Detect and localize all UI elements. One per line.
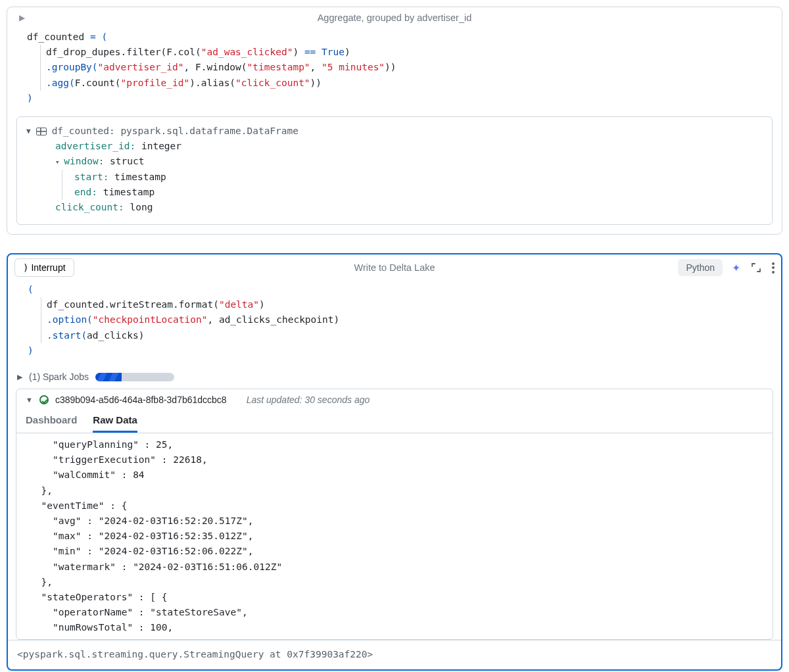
code-token: , F.window(: [184, 62, 247, 72]
code-token: "advertiser_id": [98, 62, 184, 72]
code-token: "5 minutes": [322, 62, 385, 72]
code-token: "delta": [219, 299, 259, 310]
collapse-caret-icon[interactable]: ▼: [26, 396, 33, 404]
schema-field-type: timestamp: [108, 172, 166, 182]
code-token: ).alias(: [189, 78, 235, 88]
code-token: (: [28, 282, 771, 297]
cell-header: ) Interrupt Write to Delta Lake Python ✦: [8, 254, 781, 279]
tab-dashboard[interactable]: Dashboard: [26, 414, 77, 433]
language-selector[interactable]: Python: [678, 259, 723, 276]
schema-field: end:: [74, 187, 97, 197]
spark-jobs-label: (1) Spark Jobs: [29, 372, 89, 382]
code-token: )): [385, 62, 396, 72]
collapse-caret-icon[interactable]: ▾: [55, 158, 64, 166]
code-token: .groupBy(: [46, 62, 98, 72]
code-token: ): [345, 47, 350, 57]
code-token: ad_clicks: [87, 330, 139, 341]
cell-result-repr: <pyspark.sql.streaming.query.StreamingQu…: [8, 640, 781, 669]
code-token: True: [322, 47, 345, 57]
code-token: "checkpointLocation": [93, 314, 208, 325]
schema-field-type: timestamp: [97, 187, 155, 197]
code-token: .filter(: [121, 47, 167, 57]
code-token: .start(: [47, 330, 87, 341]
collapse-caret-icon[interactable]: ▼: [26, 126, 31, 137]
code-token: df_counted: [47, 299, 104, 310]
notebook-cell-write-delta: ) Interrupt Write to Delta Lake Python ✦…: [7, 253, 782, 671]
kebab-menu-icon[interactable]: [772, 262, 775, 274]
schema-field: click_count:: [55, 202, 124, 212]
code-token: df_counted: [27, 32, 90, 42]
code-token: "ad_was_clicked": [201, 47, 293, 57]
code-token: ): [259, 299, 265, 310]
code-token: df_drop_dupes: [46, 47, 121, 57]
cell-header: ▶ Aggregate, grouped by advertiser_id: [7, 7, 782, 27]
code-token: .option(: [47, 314, 93, 325]
code-token: "profile_id": [121, 78, 190, 88]
code-token: .agg(: [46, 78, 75, 88]
code-token: = (: [90, 32, 107, 42]
schema-field-type: integer: [135, 141, 181, 151]
schema-var: df_counted:: [52, 126, 121, 136]
assistant-sparkle-icon[interactable]: ✦: [732, 262, 740, 274]
output-schema: ▼ df_counted: pyspark.sql.dataframe.Data…: [16, 116, 773, 225]
progress-bar: [95, 373, 174, 381]
raw-data-output[interactable]: "queryPlanning" : 25, "triggerExecution"…: [23, 433, 766, 639]
schema-field-type: long: [124, 202, 153, 212]
schema-field-type: struct: [104, 156, 144, 166]
code-editor[interactable]: ( df_counted.writeStream.format("delta")…: [8, 279, 781, 369]
code-token: ==: [304, 47, 316, 57]
code-token: , ad_clicks_checkpoint): [207, 314, 339, 325]
expand-caret-icon[interactable]: ▶: [17, 373, 22, 381]
code-token: ): [293, 47, 304, 57]
code-token: ): [27, 91, 771, 106]
run-cell-icon[interactable]: ▶: [19, 13, 25, 22]
schema-field: window:: [64, 156, 104, 166]
code-token: )): [310, 78, 322, 88]
code-token: [316, 47, 322, 57]
code-editor[interactable]: df_counted = ( df_drop_dupes.filter(F.co…: [7, 27, 782, 116]
dataframe-icon: [36, 128, 47, 135]
expand-icon[interactable]: [751, 262, 761, 273]
code-token: ): [139, 330, 145, 341]
cell-title: Write to Delta Lake: [8, 262, 781, 273]
stream-id: c389b094-a5d6-464a-8fb8-3d7b61dccbc8: [55, 395, 227, 405]
cell-title: Aggregate, grouped by advertiser_id: [7, 12, 782, 23]
code-token: ,: [310, 62, 322, 72]
code-token: .col(: [172, 47, 201, 57]
code-token: ): [28, 343, 771, 358]
code-token: .count(: [80, 78, 120, 88]
code-token: F: [166, 47, 172, 57]
notebook-cell-aggregate: ▶ Aggregate, grouped by advertiser_id df…: [7, 7, 782, 235]
code-token: .writeStream.format(: [104, 299, 219, 310]
stream-ok-icon: [39, 395, 49, 404]
interrupt-label: Interrupt: [31, 262, 65, 273]
stream-status-row[interactable]: ▼ c389b094-a5d6-464a-8fb8-3d7b61dccbc8 L…: [16, 389, 773, 408]
stream-tabs: Dashboard Raw Data: [16, 408, 773, 433]
tab-raw-data[interactable]: Raw Data: [93, 414, 137, 433]
last-updated: Last updated: 30 seconds ago: [247, 395, 370, 405]
code-token: "timestamp": [247, 62, 310, 72]
interrupt-button[interactable]: ) Interrupt: [14, 258, 74, 277]
spinner-icon: ): [23, 262, 28, 273]
schema-type: pyspark.sql.dataframe.DataFrame: [120, 126, 299, 136]
schema-field: start:: [74, 172, 108, 182]
schema-field: advertiser_id:: [55, 141, 135, 151]
spark-jobs-row[interactable]: ▶ (1) Spark Jobs: [8, 369, 781, 389]
code-token: "click_count": [235, 78, 310, 88]
